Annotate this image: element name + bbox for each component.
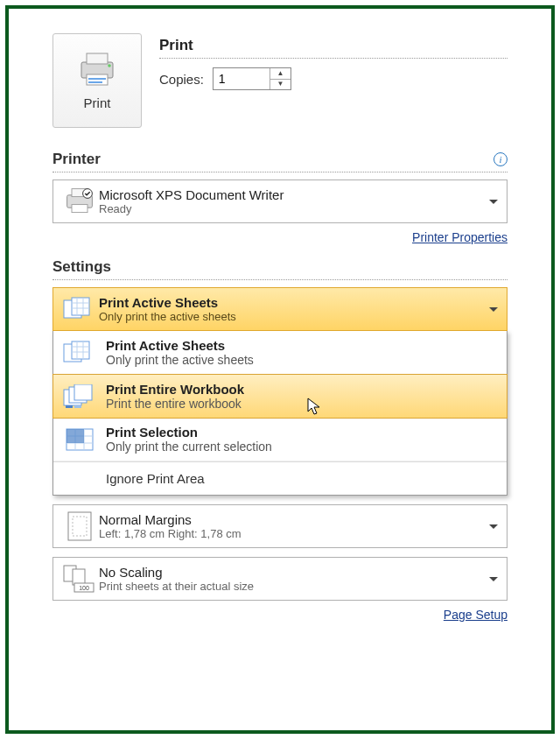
sheets-icon: [63, 341, 96, 365]
scaling-dropdown[interactable]: 100 No Scaling Print sheets at their act…: [52, 557, 508, 601]
printer-status: Ready: [99, 202, 500, 215]
menu-item-print-entire-workbook[interactable]: Print Entire Workbook Print the entire w…: [52, 374, 508, 419]
svg-rect-8: [72, 205, 88, 213]
what-to-print-dropdown[interactable]: Print Active Sheets Only print the activ…: [52, 287, 508, 331]
chevron-down-icon: [489, 577, 498, 581]
copies-up-icon[interactable]: ▲: [270, 68, 290, 80]
menu-item-ignore-print-area[interactable]: Ignore Print Area: [53, 461, 507, 495]
scaling-title: No Scaling: [99, 565, 500, 580]
svg-rect-26: [74, 405, 81, 408]
settings-title: Settings: [52, 258, 111, 276]
sheets-icon: [63, 297, 96, 321]
print-backstage-panel: Print Print Copies: ▲ ▼ Printer i: [5, 5, 555, 734]
copies-arrows[interactable]: ▲ ▼: [270, 68, 290, 89]
print-header: Print Copies: ▲ ▼: [159, 33, 508, 128]
menu-item-print-selection[interactable]: Print Selection Only print the current s…: [53, 418, 507, 461]
printer-dropdown[interactable]: Microsoft XPS Document Writer Ready: [52, 179, 508, 223]
printer-header: Printer i: [52, 151, 508, 172]
chevron-down-icon: [489, 524, 498, 529]
copies-spinner[interactable]: ▲ ▼: [213, 67, 291, 90]
what-to-print-title: Print Active Sheets: [99, 295, 500, 310]
copies-label: Copies:: [159, 72, 204, 87]
scaling-icon: 100: [62, 564, 97, 594]
svg-rect-36: [73, 569, 85, 585]
svg-rect-32: [66, 429, 84, 443]
menu-item-print-active-sheets[interactable]: Print Active Sheets Only print the activ…: [53, 331, 507, 375]
printer-device-icon: [64, 186, 95, 217]
option-title: Print Active Sheets: [106, 338, 500, 353]
svg-text:100: 100: [79, 585, 89, 591]
settings-header: Settings: [52, 258, 508, 280]
printer-properties-link[interactable]: Printer Properties: [412, 230, 508, 244]
margins-title: Normal Margins: [99, 512, 500, 527]
svg-rect-4: [88, 81, 102, 83]
svg-rect-25: [66, 405, 73, 408]
svg-rect-24: [74, 384, 92, 400]
selection-icon: [63, 427, 96, 452]
what-to-print-sub: Only print the active sheets: [99, 310, 500, 323]
option-title: Print Entire Workbook: [106, 382, 500, 397]
copies-row: Copies: ▲ ▼: [159, 67, 508, 90]
scaling-sub: Print sheets at their actual size: [99, 580, 500, 593]
printer-icon: [76, 52, 118, 87]
option-sub: Only print the active sheets: [106, 353, 500, 367]
top-row: Print Print Copies: ▲ ▼: [52, 33, 508, 128]
svg-rect-17: [72, 341, 89, 359]
margins-dropdown[interactable]: Normal Margins Left: 1,78 cm Right: 1,78…: [52, 504, 508, 548]
print-button-label: Print: [84, 95, 111, 110]
margins-sub: Left: 1,78 cm Right: 1,78 cm: [99, 527, 500, 540]
printer-title: Printer: [52, 151, 101, 168]
svg-rect-11: [72, 298, 89, 315]
option-sub: Only print the current selection: [106, 440, 500, 454]
info-icon[interactable]: i: [494, 152, 508, 166]
chevron-down-icon: [489, 307, 498, 312]
margins-icon: [66, 510, 93, 542]
chevron-down-icon: [489, 200, 498, 204]
what-to-print-menu: Print Active Sheets Only print the activ…: [52, 330, 508, 496]
copies-down-icon[interactable]: ▼: [270, 80, 290, 90]
print-title: Print: [159, 37, 508, 59]
copies-input[interactable]: [214, 68, 270, 89]
svg-rect-1: [87, 53, 108, 64]
svg-rect-3: [88, 78, 106, 80]
option-sub: Print the entire workbook: [106, 397, 500, 411]
workbook-icon: [63, 384, 96, 409]
svg-point-5: [108, 64, 111, 67]
page-setup-link[interactable]: Page Setup: [444, 608, 508, 622]
print-button[interactable]: Print: [52, 33, 142, 128]
option-title: Print Selection: [106, 425, 500, 440]
printer-name: Microsoft XPS Document Writer: [99, 187, 500, 202]
